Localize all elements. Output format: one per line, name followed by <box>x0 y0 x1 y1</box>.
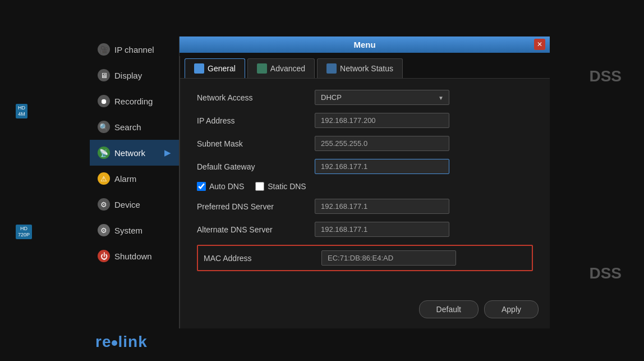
sidebar: 🎥 IP channel 🖥 Display ⏺ Recording 🔍 Sea… <box>90 36 180 328</box>
tab-network-status-label: Network Status <box>340 64 393 73</box>
hd-badge-bottom: HD 720P <box>16 225 32 239</box>
static-dns-checkbox[interactable] <box>255 182 264 191</box>
mac-address-input[interactable] <box>321 250 456 266</box>
alternate-dns-label: Alternate DNS Server <box>197 225 309 234</box>
tab-advanced[interactable]: Advanced <box>247 58 315 78</box>
network-access-row: Network Access DHCP Static <box>197 90 533 105</box>
static-dns-label: Static DNS <box>268 182 306 191</box>
sidebar-item-search[interactable]: 🔍 Search <box>90 114 179 140</box>
auto-dns-checkbox[interactable] <box>197 182 206 191</box>
static-dns-checkbox-item: Static DNS <box>255 182 306 191</box>
mac-address-row: MAC Address <box>197 245 533 271</box>
oss-label-bottom: DSS <box>589 264 622 282</box>
sidebar-item-device[interactable]: ⚙ Device <box>90 191 179 217</box>
arrow-icon: ▶ <box>164 148 171 158</box>
alternate-dns-row: Alternate DNS Server <box>197 222 533 237</box>
preferred-dns-input[interactable] <box>315 199 449 214</box>
network-access-select[interactable]: DHCP Static <box>315 90 449 105</box>
network-access-label: Network Access <box>197 93 309 102</box>
subnet-mask-input[interactable] <box>315 136 449 151</box>
alternate-dns-input[interactable] <box>315 222 449 237</box>
subnet-mask-label: Subnet Mask <box>197 139 309 148</box>
network-access-select-wrapper: DHCP Static <box>315 90 449 105</box>
preferred-dns-label: Preferred DNS Server <box>197 202 309 211</box>
display-icon: 🖥 <box>98 69 110 81</box>
tab-general-label: General <box>208 64 236 73</box>
sidebar-item-ip-channel[interactable]: 🎥 IP channel <box>90 36 179 62</box>
ip-address-label: IP Address <box>197 116 309 125</box>
sidebar-label-alarm: Alarm <box>114 174 136 184</box>
dialog-title-bar: Menu ✕ <box>180 36 550 53</box>
sidebar-item-display[interactable]: 🖥 Display <box>90 62 179 88</box>
recording-icon: ⏺ <box>98 95 110 107</box>
dns-checkbox-row: Auto DNS Static DNS <box>197 182 533 191</box>
default-gateway-label: Default Gateway <box>197 162 309 171</box>
hd-badge-top: HD 4M <box>16 104 27 118</box>
sidebar-label-display: Display <box>114 71 142 80</box>
bottom-buttons: Default Apply <box>419 300 539 318</box>
reolink-logo: relink <box>95 333 148 351</box>
search-icon: 🔍 <box>98 121 110 133</box>
sidebar-item-recording[interactable]: ⏺ Recording <box>90 88 179 114</box>
form-area: Network Access DHCP Static IP Address Su… <box>180 79 550 290</box>
system-icon: ⚙ <box>98 224 110 236</box>
network-icon: 📡 <box>98 147 110 159</box>
network-status-tab-icon <box>326 63 337 74</box>
close-button[interactable]: ✕ <box>534 39 545 50</box>
oss-label-top: DSS <box>589 67 622 85</box>
auto-dns-label: Auto DNS <box>209 182 244 191</box>
sidebar-label-device: Device <box>114 200 140 209</box>
general-tab-icon <box>194 63 204 74</box>
shutdown-icon: ⏻ <box>98 250 110 262</box>
ip-address-input[interactable] <box>315 113 449 128</box>
sidebar-label-search: Search <box>114 122 141 132</box>
default-gateway-input[interactable] <box>315 159 449 174</box>
sidebar-item-shutdown[interactable]: ⏻ Shutdown <box>90 243 179 269</box>
tab-advanced-label: Advanced <box>270 64 305 73</box>
camera-icon: 🎥 <box>98 43 110 56</box>
main-content: General Advanced Network Status Network … <box>180 56 550 328</box>
tab-network-status[interactable]: Network Status <box>317 58 403 78</box>
sidebar-label-recording: Recording <box>114 97 153 106</box>
advanced-tab-icon <box>257 63 267 74</box>
auto-dns-checkbox-item: Auto DNS <box>197 182 244 191</box>
dialog-title: Menu <box>353 40 375 49</box>
subnet-mask-row: Subnet Mask <box>197 136 533 151</box>
sidebar-label-network: Network <box>114 148 145 158</box>
sidebar-item-system[interactable]: ⚙ System <box>90 217 179 243</box>
preferred-dns-row: Preferred DNS Server <box>197 199 533 214</box>
sidebar-item-network[interactable]: 📡 Network ▶ <box>90 140 179 166</box>
mac-address-label: MAC Address <box>204 254 316 263</box>
ip-address-row: IP Address <box>197 113 533 128</box>
default-button[interactable]: Default <box>419 300 479 318</box>
default-gateway-row: Default Gateway <box>197 159 533 174</box>
sidebar-item-alarm[interactable]: ⚠ Alarm <box>90 166 179 191</box>
device-icon: ⚙ <box>98 198 110 211</box>
tab-general[interactable]: General <box>185 58 245 78</box>
logo-dot <box>112 340 117 346</box>
sidebar-label-shutdown: Shutdown <box>114 252 152 261</box>
alarm-icon: ⚠ <box>98 172 110 185</box>
sidebar-label-ip-channel: IP channel <box>114 45 154 54</box>
tab-bar: General Advanced Network Status <box>180 56 550 79</box>
sidebar-label-system: System <box>114 226 142 235</box>
apply-button[interactable]: Apply <box>484 300 539 318</box>
